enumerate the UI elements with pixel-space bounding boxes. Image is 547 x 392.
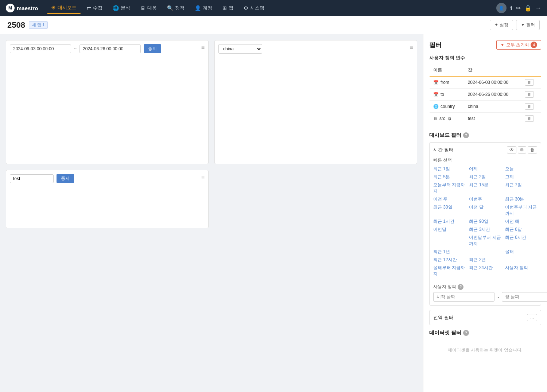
end-date-input[interactable] xyxy=(502,292,547,302)
dashboard-filter-help-icon[interactable]: ? xyxy=(463,132,469,138)
nav-collect-label: 수집 xyxy=(93,5,102,11)
table-row: 🌐country china 🗑 xyxy=(430,101,541,113)
var-value-cell: china xyxy=(464,101,521,113)
country-dropdown[interactable]: china xyxy=(218,44,262,54)
quick-select-item[interactable]: 최근 1시간 xyxy=(433,218,465,225)
quick-select-item[interactable]: 오늘부터 지금까지 xyxy=(433,182,465,195)
table-row: 🖥src_ip test 🗑 xyxy=(430,113,541,125)
quick-select-item xyxy=(469,279,501,279)
var-delete-button[interactable]: 🗑 xyxy=(525,79,534,86)
quick-select-item[interactable]: 최근 30분 xyxy=(505,196,537,203)
nav-analysis[interactable]: 🌐 분석 xyxy=(108,3,135,13)
system-icon: ⚙ xyxy=(244,5,248,11)
var-delete-button[interactable]: 🗑 xyxy=(525,115,534,122)
nav-policy[interactable]: 🔍 정책 xyxy=(163,3,189,13)
nav-response[interactable]: 🖥 대응 xyxy=(136,3,161,13)
reset-label: 모두 초기화 xyxy=(506,42,529,48)
logout-icon[interactable]: → xyxy=(535,5,541,11)
widget-toolbar-2: china xyxy=(218,44,413,54)
widget3-stop-button[interactable]: 중지 xyxy=(57,174,74,183)
var-delete-button[interactable]: 🗑 xyxy=(525,103,534,110)
user-avatar[interactable]: 👤 xyxy=(496,3,507,13)
reset-all-button[interactable]: ▼ 모두 초기화 4 xyxy=(496,40,541,50)
quick-select-item[interactable]: 올해부터 지금까지 xyxy=(433,264,465,277)
page-container: 2508 새 탭 1 ✦ 설정 ▼ 필터 ~ 중지 ≡ xyxy=(0,16,547,392)
nav-app-label: 앱 xyxy=(229,5,233,11)
quick-select-grid: 최근 1일어제오늘최근 5분최근 2일그제오늘부터 지금까지최근 15분최근 7… xyxy=(433,166,537,279)
quick-select-item[interactable]: 이번주부터 지금까지 xyxy=(505,204,537,217)
widget-toolbar-1: ~ 중지 xyxy=(10,44,205,53)
quick-select-item[interactable]: 최근 6시간 xyxy=(505,234,537,247)
table-row: 📅from 2024-06-03 00:00:00 🗑 xyxy=(430,76,541,89)
filter-icon: ▼ xyxy=(500,42,505,47)
quick-select-item[interactable]: 최근 1일 xyxy=(433,166,465,172)
quick-select-item xyxy=(505,256,537,263)
quick-select-item[interactable]: 어제 xyxy=(469,166,501,172)
var-action-cell: 🗑 xyxy=(521,89,541,101)
var-delete-button[interactable]: 🗑 xyxy=(525,91,534,98)
nav-dashboard[interactable]: ☀ 대시보드 xyxy=(47,2,81,14)
user-vars-table: 이름 값 📅from 2024-06-03 00:00:00 🗑 📅to 202… xyxy=(429,64,541,125)
quick-select-item[interactable]: 이전 해 xyxy=(505,218,537,225)
date-from-input[interactable] xyxy=(10,44,71,53)
widget1-menu-icon[interactable]: ≡ xyxy=(201,44,205,51)
src-ip-input[interactable] xyxy=(10,174,54,183)
widget1-stop-button[interactable]: 중지 xyxy=(144,44,161,53)
start-date-input[interactable] xyxy=(433,292,494,302)
widget2-menu-icon[interactable]: ≡ xyxy=(410,44,413,51)
nav-app[interactable]: ⊞ 앱 xyxy=(218,3,238,13)
quick-select-item[interactable]: 최근 7일 xyxy=(505,182,537,195)
quick-select-item[interactable]: 최근 2일 xyxy=(469,174,501,181)
var-type-icon: 📅 xyxy=(433,92,439,97)
time-filter-delete-button[interactable]: 🗑 xyxy=(528,146,537,154)
app-logo: M maestro xyxy=(6,4,38,12)
settings-button[interactable]: ✦ 설정 xyxy=(490,20,513,30)
response-icon: 🖥 xyxy=(140,5,146,11)
quick-select-item[interactable]: 최근 15분 xyxy=(469,182,501,195)
dashboard-area: ~ 중지 ≡ china ≡ xyxy=(0,34,423,392)
quick-select-item[interactable]: 최근 5분 xyxy=(433,174,465,181)
filter-panel-header: 필터 ▼ 모두 초기화 4 xyxy=(429,40,541,50)
quick-select-item[interactable]: 이번달부터 지금까지 xyxy=(469,234,501,247)
quick-select-item[interactable]: 최근 2년 xyxy=(469,256,501,263)
user-define-help-icon[interactable]: ? xyxy=(458,284,463,290)
time-filter-copy-button[interactable]: ⧉ xyxy=(518,146,526,154)
widget-text-input: 중지 ≡ xyxy=(6,170,209,228)
nav-system[interactable]: ⚙ 시스템 xyxy=(239,3,269,13)
quick-select-item[interactable]: 이번주 xyxy=(469,196,501,203)
quick-select-item[interactable]: 최근 6달 xyxy=(505,226,537,233)
policy-icon: 🔍 xyxy=(167,5,173,11)
date-to-input[interactable] xyxy=(79,44,141,53)
quick-select-item[interactable]: 최근 3시간 xyxy=(469,226,501,233)
var-name-cell: 📅from xyxy=(430,76,464,89)
region-filter-more-button[interactable]: ... xyxy=(527,314,537,321)
nav-collect[interactable]: ⇄ 수집 xyxy=(82,3,107,13)
quick-select-item[interactable]: 오늘 xyxy=(505,166,537,172)
date-range-tilde: ~ xyxy=(497,294,500,300)
quick-select-item[interactable]: 사용자 정의 xyxy=(505,264,537,277)
time-filter-eye-button[interactable]: 👁 xyxy=(507,146,516,154)
time-filter-box: 시간 필터 👁 ⧉ 🗑 빠른 선택 최근 1일어제오늘최근 5분최근 2일그제오… xyxy=(429,142,541,306)
quick-select-item[interactable]: 이전 달 xyxy=(469,204,501,217)
quick-select-item[interactable]: 최근 12시간 xyxy=(433,256,465,263)
widget3-menu-icon[interactable]: ≡ xyxy=(201,174,205,181)
main-content: ~ 중지 ≡ china ≡ xyxy=(0,34,547,392)
filter-button[interactable]: ▼ 필터 xyxy=(516,20,540,30)
quick-select-item[interactable]: 최근 1년 xyxy=(433,248,465,255)
quick-select-item[interactable]: 이전 주 xyxy=(433,196,465,203)
edit-icon[interactable]: ✏ xyxy=(516,5,521,12)
info-icon[interactable]: ℹ xyxy=(510,5,512,12)
quick-select-item[interactable]: 그제 xyxy=(505,174,537,181)
dataset-filter-help-icon[interactable]: ? xyxy=(463,330,469,336)
nav-account[interactable]: 👤 계정 xyxy=(190,3,217,13)
top-navigation: M maestro ☀ 대시보드 ⇄ 수집 🌐 분석 🖥 대응 🔍 정책 👤 계… xyxy=(0,0,547,16)
lock-icon[interactable]: 🔒 xyxy=(524,5,532,12)
new-tab-badge[interactable]: 새 탭 1 xyxy=(29,21,48,29)
var-type-icon: 🌐 xyxy=(433,104,439,109)
quick-select-item[interactable]: 이번달 xyxy=(433,226,465,233)
widget-date-range: ~ 중지 ≡ xyxy=(6,40,209,164)
quick-select-item[interactable]: 최근 24시간 xyxy=(469,264,501,277)
quick-select-item[interactable]: 올해 xyxy=(505,248,537,255)
quick-select-item[interactable]: 최근 30일 xyxy=(433,204,465,217)
quick-select-item[interactable]: 최근 90일 xyxy=(469,218,501,225)
